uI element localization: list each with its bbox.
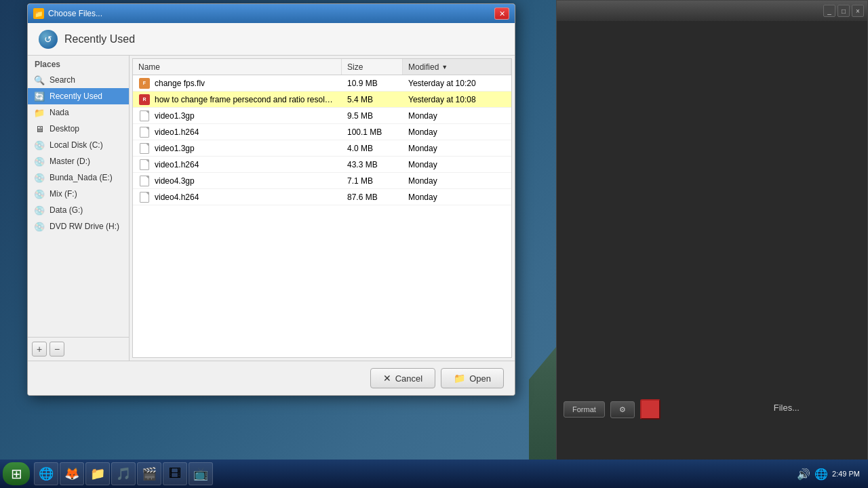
bg-window-content: Format ⚙ Files... <box>557 21 867 460</box>
open-button[interactable]: 📁 Open <box>441 368 504 388</box>
file-name-6: video1.h264 <box>155 160 199 169</box>
col-name-label: Name <box>138 62 160 72</box>
dialog-body: Places 🔍 Search 🔄 Recently Used 📁 Nada 🖥… <box>28 56 515 361</box>
add-bookmark-btn[interactable]: + <box>32 342 47 357</box>
file-icon-generic-6 <box>138 159 151 170</box>
bg-toolbar: Format ⚙ <box>564 399 861 420</box>
taskbar-item-video[interactable]: 🎬 <box>137 462 161 485</box>
file-name-cell-2: R how to change frame persecond and rati… <box>133 92 342 107</box>
file-icon-flv-1: F <box>138 78 151 89</box>
file-size-2: 5.4 MB <box>342 93 403 106</box>
files-list: F change fps.flv 10.9 MB Yesterday at 10… <box>133 75 511 357</box>
dialog-header: ↺ Recently Used <box>28 23 515 56</box>
file-modified-8: Monday <box>403 190 511 204</box>
table-row[interactable]: video1.h264 100.1 MB Monday <box>133 124 511 140</box>
open-label: Open <box>469 373 491 384</box>
sidebar-item-label-nada: Nada <box>50 108 69 117</box>
sidebar-item-data-g[interactable]: 💿 Data (G:) <box>28 202 129 218</box>
cancel-label: Cancel <box>395 373 422 384</box>
file-modified-7: Monday <box>403 174 511 188</box>
bg-close-btn[interactable]: × <box>852 5 864 17</box>
sidebar-item-label-bunda-nada-e: Bunda_Nada (E:) <box>50 173 113 182</box>
file-name-1: change fps.flv <box>155 79 205 88</box>
file-modified-5: Monday <box>403 142 511 155</box>
desktop-icon: 🖥 <box>33 124 45 134</box>
sidebar-item-dvd-rw-h[interactable]: 💿 DVD RW Drive (H:) <box>28 218 129 235</box>
bg-format-btn[interactable]: Format <box>564 401 605 418</box>
col-header-name[interactable]: Name <box>133 59 342 75</box>
table-row[interactable]: video1.h264 43.3 MB Monday <box>133 157 511 173</box>
files-panel: Name Size Modified ▼ F <box>132 58 512 358</box>
dialog-titlebar: 📁 Choose Files... ✕ <box>28 4 515 23</box>
sidebar-item-mix-f[interactable]: 💿 Mix (F:) <box>28 186 129 202</box>
sidebar-item-bunda-nada-e[interactable]: 💿 Bunda_Nada (E:) <box>28 169 129 186</box>
file-size-7: 7.1 MB <box>342 174 403 188</box>
table-row[interactable]: F change fps.flv 10.9 MB Yesterday at 10… <box>133 75 511 92</box>
taskbar-item-film[interactable]: 🎞 <box>163 462 187 485</box>
file-name-5: video1.3gp <box>155 144 195 153</box>
file-chooser-dialog: 📁 Choose Files... ✕ ↺ Recently Used Plac… <box>27 3 515 396</box>
start-button[interactable]: ⊞ <box>3 462 30 485</box>
dialog-title: Choose Files... <box>48 9 494 18</box>
file-icon-generic-5 <box>138 143 151 154</box>
folder-nada-icon: 📁 <box>33 108 45 117</box>
sidebar-item-label-mix-f: Mix (F:) <box>50 189 77 199</box>
places-panel: Places 🔍 Search 🔄 Recently Used 📁 Nada 🖥… <box>28 56 130 361</box>
table-row[interactable]: video4.3gp 7.1 MB Monday <box>133 173 511 189</box>
sidebar-item-recently-used[interactable]: 🔄 Recently Used <box>28 88 129 104</box>
file-icon-generic-4 <box>138 127 151 138</box>
sidebar-item-search[interactable]: 🔍 Search <box>28 72 129 88</box>
file-name-7: video4.3gp <box>155 176 195 186</box>
places-bottom-bar: + − <box>28 337 129 361</box>
volume-icon[interactable]: 🔊 <box>797 468 810 481</box>
sidebar-item-master-d[interactable]: 💿 Master (D:) <box>28 153 129 169</box>
sidebar-item-label-data-g: Data (G:) <box>50 205 83 215</box>
places-header: Places <box>28 56 129 72</box>
file-modified-3: Monday <box>403 109 511 123</box>
sidebar-item-nada[interactable]: 📁 Nada <box>28 104 129 121</box>
network-icon[interactable]: 🌐 <box>814 468 828 481</box>
sidebar-item-desktop[interactable]: 🖥 Desktop <box>28 121 129 137</box>
table-row[interactable]: video1.3gp 4.0 MB Monday <box>133 140 511 157</box>
bg-maximize-btn[interactable]: □ <box>837 5 850 17</box>
taskbar-item-firefox[interactable]: 🦊 <box>60 462 84 485</box>
file-icon-generic-8 <box>138 192 151 203</box>
bg-settings-btn[interactable]: ⚙ <box>610 401 635 418</box>
col-header-size[interactable]: Size <box>342 59 403 75</box>
file-name-cell-1: F change fps.flv <box>133 76 342 91</box>
files-header-row: Name Size Modified ▼ <box>133 59 511 75</box>
table-row[interactable]: video1.3gp 9.5 MB Monday <box>133 108 511 124</box>
sidebar-item-label-master-d: Master (D:) <box>50 157 90 166</box>
file-size-5: 4.0 MB <box>342 142 403 155</box>
dialog-titlebar-icon: 📁 <box>33 8 44 19</box>
taskbar-item-folder[interactable]: 📁 <box>85 462 110 485</box>
dialog-close-btn[interactable]: ✕ <box>494 7 509 20</box>
system-clock[interactable]: 2:49 PM <box>832 469 860 479</box>
sidebar-item-label-local-disk-c: Local Disk (C:) <box>50 140 103 150</box>
file-icon-fbr-2: R <box>138 94 151 105</box>
file-size-4: 100.1 MB <box>342 125 403 139</box>
file-name-cell-3: video1.3gp <box>133 108 342 123</box>
sidebar-item-local-disk-c[interactable]: 💿 Local Disk (C:) <box>28 137 129 153</box>
remove-bookmark-btn[interactable]: − <box>50 342 64 357</box>
sidebar-item-label-dvd-rw-h: DVD RW Drive (H:) <box>50 222 119 231</box>
bg-files-btn[interactable]: Files... <box>774 403 800 413</box>
col-size-label: Size <box>347 62 363 72</box>
cancel-button[interactable]: ✕ Cancel <box>370 368 435 388</box>
sidebar-item-label-recently-used: Recently Used <box>50 92 102 101</box>
disk-g-icon: 💿 <box>33 205 45 215</box>
taskbar-item-music[interactable]: 🎵 <box>111 462 136 485</box>
titlebar-controls: ✕ <box>494 7 509 20</box>
col-header-modified[interactable]: Modified ▼ <box>403 59 511 75</box>
taskbar-item-browser[interactable]: 🌐 <box>34 462 58 485</box>
open-folder-icon: 📁 <box>454 373 465 384</box>
table-row[interactable]: R how to change frame persecond and rati… <box>133 92 511 108</box>
system-tray: 🔊 🌐 2:49 PM <box>797 468 865 481</box>
file-size-6: 43.3 MB <box>342 158 403 171</box>
cancel-icon: ✕ <box>383 373 391 384</box>
bg-record-btn[interactable] <box>640 399 660 420</box>
bg-minimize-btn[interactable]: _ <box>823 5 835 17</box>
sidebar-item-label-search: Search <box>50 75 75 85</box>
table-row[interactable]: video4.h264 87.6 MB Monday <box>133 189 511 205</box>
taskbar-item-tv[interactable]: 📺 <box>189 462 213 485</box>
